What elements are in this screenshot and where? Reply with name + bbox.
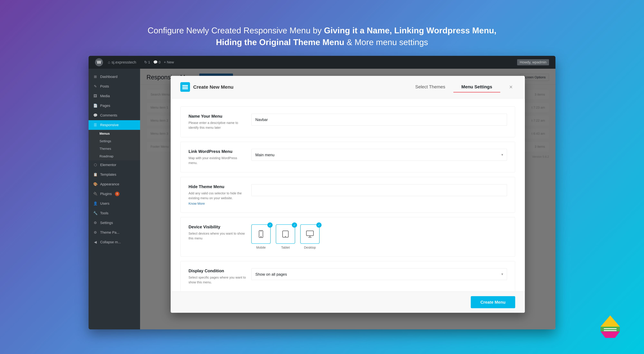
sidebar-item-pages[interactable]: 📄 Pages [88,101,140,110]
appearance-icon: 🎨 [93,182,98,187]
create-menu-button[interactable]: Create Menu [471,296,515,308]
section-title-display: Display Condition [188,268,246,273]
site-name[interactable]: ⌂ sj.expresstech [108,60,136,64]
tablet-icon [281,230,290,238]
sidebar-sub-roadmap[interactable]: Roadmap [88,153,140,160]
sidebar-item-plugins[interactable]: 🔌 Plugins 6 [88,189,140,199]
menu-name-input[interactable] [251,114,507,125]
sidebar-item-tools[interactable]: 🔧 Tools [88,208,140,218]
updates-item[interactable]: ↻ 1 [144,60,150,64]
svg-rect-16 [604,330,617,331]
sidebar-item-responsive[interactable]: ☰ Responsive [88,120,140,130]
section-desc-hide: Add any valid css selector to hide the e… [188,191,246,200]
device-mobile[interactable]: ✓ Mobile [251,224,271,249]
admin-bar: W ⌂ sj.expresstech ↻ 1 💬 0 + New Howdy, … [88,56,556,69]
desktop-label: Desktop [304,246,316,249]
admin-bar-right: Howdy, wpadmin [517,59,549,65]
settings-icon: ⚙ [93,221,98,225]
mobile-label: Mobile [256,246,266,249]
hide-theme-input[interactable] [251,184,507,196]
sidebar-item-appearance[interactable]: 🎨 Appearance [88,179,140,189]
dashboard-icon: ⊞ [93,74,98,79]
top-heading: Configure Newly Created Responsive Menu … [148,25,496,48]
modal-header-title: Create New Menu [193,84,234,90]
posts-icon: ✎ [93,84,98,89]
section-title-link: Link WordPress Menu [188,149,246,154]
svg-rect-2 [182,87,188,88]
plugins-icon: 🔌 [93,192,98,196]
svg-rect-6 [260,231,262,231]
sidebar-item-themepanel[interactable]: ⚙ Theme Pa... [88,228,140,237]
create-menu-modal: Create New Menu Select Themes Menu Setti… [171,76,525,313]
templates-icon: 📋 [93,172,98,177]
modal-footer: Create Menu [171,291,525,313]
sidebar-item-dashboard[interactable]: ⊞ Dashboard [88,72,140,82]
mobile-icon [257,230,265,238]
section-desc-name: Please enter a descriptive name to ident… [188,120,246,130]
section-title-hide: Hide Theme Menu [188,184,246,189]
device-tablet[interactable]: ✓ Tablet [276,224,295,249]
device-desktop[interactable]: ✓ Desktop [300,224,320,249]
comments-item[interactable]: 💬 0 [153,60,160,64]
pages-icon: 📄 [93,103,98,108]
collapse-icon: ◀ [93,240,98,244]
sidebar: ⊞ Dashboard ✎ Posts 🖼 Media 📄 Pages 💬 Co… [88,69,140,329]
tablet-label: Tablet [281,246,290,249]
modal-close-button[interactable]: × [507,83,515,91]
themepanel-icon: ⚙ [93,230,98,235]
wp-logo[interactable]: W [95,58,103,66]
section-title-name: Name Your Menu [188,114,246,119]
plugins-badge: 6 [115,192,120,196]
comments-icon: 💬 [93,113,98,118]
new-item[interactable]: + New [164,60,174,64]
wp-admin-wrapper: W ⌂ sj.expresstech ↻ 1 💬 0 + New Howdy, … [88,56,556,329]
section-title-device: Device Visibility [188,224,246,229]
device-grid: ✓ Mobile [251,224,507,249]
modal-tabs: Select Themes Menu Settings [407,82,500,92]
sidebar-sub-themes[interactable]: Themes [88,145,140,153]
svg-rect-3 [182,88,188,89]
house-icon: ⌂ [108,60,110,64]
sidebar-item-users[interactable]: 👤 Users [88,199,140,208]
sidebar-item-collapse[interactable]: ◀ Collapse m... [88,237,140,247]
tablet-check: ✓ [292,222,297,228]
modal-header: Create New Menu Select Themes Menu Setti… [171,76,525,98]
users-icon: 👤 [93,201,98,206]
sidebar-sub-menus[interactable]: Menus [88,130,140,137]
section-desc-device: Select devices where you want to show th… [188,231,246,241]
section-hide-theme-menu: Hide Theme Menu Add any valid css select… [180,177,515,213]
section-desc-link: Map with your existing WordPress menu. [188,155,246,165]
plugin-logo [180,82,190,92]
desktop-check: ✓ [316,222,322,228]
sidebar-item-media[interactable]: 🖼 Media [88,91,140,101]
sidebar-sub-settings[interactable]: Settings [88,137,140,145]
svg-rect-9 [306,231,314,236]
svg-marker-12 [600,315,620,327]
section-name-your-menu: Name Your Menu Please enter a descriptiv… [180,106,515,137]
tab-select-themes[interactable]: Select Themes [407,82,453,92]
refresh-icon: ↻ [144,60,147,64]
elementor-icon: ⬡ [93,163,98,167]
tools-icon: 🔧 [93,211,98,215]
desktop-icon [306,230,314,238]
tab-menu-settings[interactable]: Menu Settings [454,82,500,92]
svg-point-8 [285,236,286,237]
svg-rect-1 [182,85,188,86]
sidebar-item-settings[interactable]: ⚙ Settings [88,218,140,228]
responsive-icon: ☰ [93,123,98,127]
section-display-condition: Display Condition Select specific pages … [180,261,515,291]
sidebar-item-elementor[interactable]: ⬡ Elementor [88,160,140,170]
sidebar-item-templates[interactable]: 📋 Templates [88,170,140,179]
modal-body: Name Your Menu Please enter a descriptiv… [171,98,525,291]
mobile-check: ✓ [268,222,272,228]
section-desc-display: Select specific pages where you want to … [188,275,246,285]
display-condition-select[interactable]: Show on all pages Show on specific pages… [251,268,507,280]
content-area: Responsive Menu Create New Menu Screen O… [140,69,556,329]
svg-rect-15 [604,328,617,329]
know-more-link[interactable]: Know More [188,202,205,205]
bottom-right-logo [596,312,625,341]
sidebar-item-posts[interactable]: ✎ Posts [88,82,140,91]
sidebar-item-comments[interactable]: 💬 Comments [88,110,140,120]
media-icon: 🖼 [93,94,98,98]
wp-menu-select[interactable]: Main menu Secondary menu Footer menu [251,149,507,161]
